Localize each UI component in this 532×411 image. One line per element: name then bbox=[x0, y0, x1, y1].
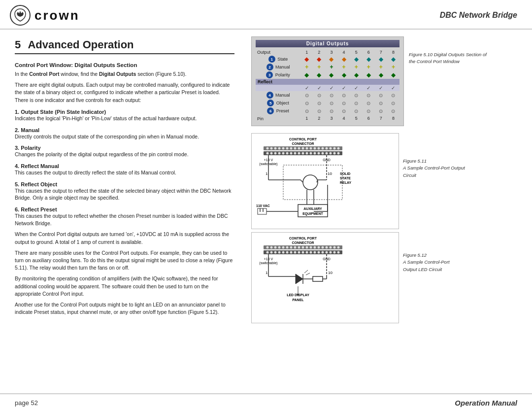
fig-511-caption: Figure 5.11 A Sample Control-Port Output… bbox=[403, 158, 477, 179]
svg-point-36 bbox=[314, 152, 316, 155]
svg-point-34 bbox=[306, 152, 308, 155]
svg-point-42 bbox=[337, 152, 340, 155]
svg-point-104 bbox=[302, 251, 304, 254]
svg-point-101 bbox=[290, 251, 293, 254]
svg-text:SOLID: SOLID bbox=[340, 172, 350, 175]
svg-text:1: 1 bbox=[266, 271, 268, 275]
logo-area: crown bbox=[10, 5, 80, 26]
svg-point-107 bbox=[314, 251, 316, 254]
col-3: 3 bbox=[325, 49, 337, 55]
svg-text:110 VAC: 110 VAC bbox=[256, 204, 270, 207]
do-table: Output 1 2 3 4 5 6 7 8 bbox=[256, 49, 399, 122]
table-row-reflect-checks: ✓ ✓ ✓ ✓ ✓ ✓ ✓ ✓ bbox=[256, 85, 399, 91]
row-num-5: 5 bbox=[267, 100, 274, 106]
svg-point-6 bbox=[274, 147, 277, 150]
table-row-state: 1 State ◆ ◆ ◆ ◆ ◆ ◆ ◆ ◆ bbox=[256, 55, 399, 63]
main-content: 5 Advanced Operation Control Port Window… bbox=[0, 30, 532, 389]
svg-point-24 bbox=[266, 152, 269, 155]
svg-text:CONTROL PORT: CONTROL PORT bbox=[289, 237, 317, 240]
table-header-row: Output 1 2 3 4 5 6 7 8 bbox=[256, 49, 399, 55]
row-num-3: 3 bbox=[266, 71, 273, 78]
svg-point-15 bbox=[310, 147, 312, 150]
section-1: 1. Output State (Pin State Indicator) In… bbox=[15, 109, 234, 122]
svg-line-123 bbox=[304, 270, 308, 273]
digital-outputs-diagram: Digital Outputs Output 1 2 3 4 5 6 7 8 bbox=[251, 36, 404, 126]
svg-point-11 bbox=[294, 147, 297, 150]
svg-point-84 bbox=[302, 246, 304, 249]
svg-point-77 bbox=[274, 246, 277, 249]
svg-rect-127 bbox=[313, 276, 323, 281]
svg-point-97 bbox=[274, 251, 277, 254]
svg-point-30 bbox=[290, 152, 293, 155]
table-row-polarity: 3 Polarity ◆ ◆ ◆ ◆ ◆ ◆ ◆ ◆ bbox=[256, 71, 399, 79]
svg-point-16 bbox=[314, 147, 316, 150]
para6: Another use for the Control Port outputs… bbox=[15, 301, 234, 316]
section-3: 3. Polarity Changes the polarity of the … bbox=[15, 145, 234, 158]
svg-point-10 bbox=[290, 147, 293, 150]
svg-point-90 bbox=[326, 246, 328, 249]
svg-point-38 bbox=[322, 152, 324, 155]
svg-point-27 bbox=[278, 152, 281, 155]
svg-point-112 bbox=[333, 251, 336, 254]
svg-point-31 bbox=[294, 152, 297, 155]
row-num-1: 1 bbox=[268, 56, 275, 63]
svg-point-83 bbox=[298, 246, 300, 249]
svg-point-4 bbox=[266, 147, 269, 150]
svg-point-13 bbox=[302, 147, 304, 150]
intro-para2: There are eight digital outputs. Each ou… bbox=[15, 81, 234, 104]
svg-point-95 bbox=[266, 251, 269, 254]
svg-point-22 bbox=[337, 147, 340, 150]
svg-text:10: 10 bbox=[328, 171, 332, 176]
figure-512-row: CONTROL PORT CONNECTOR bbox=[251, 232, 477, 323]
svg-text:CONNECTOR: CONNECTOR bbox=[292, 241, 314, 244]
svg-point-41 bbox=[333, 152, 336, 155]
figure-510-row: Digital Outputs Output 1 2 3 4 5 6 7 8 bbox=[251, 36, 522, 129]
col-1: 1 bbox=[300, 49, 313, 55]
document-title: DBC Network Bridge bbox=[440, 11, 517, 20]
section-4: 4. Reflect Manual This causes the output… bbox=[15, 163, 234, 176]
svg-point-25 bbox=[270, 152, 273, 155]
row-num-2: 2 bbox=[266, 64, 273, 70]
svg-point-33 bbox=[302, 152, 304, 155]
svg-point-93 bbox=[337, 246, 340, 249]
svg-rect-49 bbox=[283, 165, 342, 200]
svg-text:EQUIPMENT: EQUIPMENT bbox=[302, 212, 323, 216]
svg-point-85 bbox=[306, 246, 308, 249]
svg-point-7 bbox=[278, 147, 281, 150]
svg-point-87 bbox=[314, 246, 316, 249]
svg-point-82 bbox=[294, 246, 297, 249]
circuit-512-svg: CONTROL PORT CONNECTOR bbox=[254, 235, 397, 321]
svg-text:STATE: STATE bbox=[340, 176, 351, 180]
svg-point-12 bbox=[298, 147, 300, 150]
svg-point-76 bbox=[270, 246, 273, 249]
svg-point-108 bbox=[318, 251, 320, 254]
circuit-511-svg: CONTROL PORT CONNECTOR bbox=[254, 136, 397, 227]
table-row-manual: 2 Manual + + + + + + + + bbox=[256, 63, 399, 71]
svg-point-89 bbox=[322, 246, 324, 249]
svg-text:AUXILIARY: AUXILIARY bbox=[303, 207, 322, 210]
svg-point-9 bbox=[286, 147, 289, 150]
svg-point-103 bbox=[298, 251, 300, 254]
svg-text:10: 10 bbox=[328, 271, 332, 275]
svg-marker-121 bbox=[296, 274, 303, 284]
svg-line-124 bbox=[306, 273, 310, 275]
svg-point-110 bbox=[326, 251, 328, 254]
svg-point-92 bbox=[333, 246, 336, 249]
svg-point-40 bbox=[330, 152, 332, 155]
svg-text:1: 1 bbox=[266, 171, 268, 176]
svg-point-14 bbox=[306, 147, 308, 150]
fig-510-caption: Figure 5.10 Digital Outputs Section of t… bbox=[409, 51, 488, 65]
right-column: Digital Outputs Output 1 2 3 4 5 6 7 8 bbox=[246, 30, 532, 389]
svg-point-5 bbox=[270, 147, 273, 150]
svg-point-79 bbox=[282, 246, 285, 249]
section-2: 2. Manual Directly controls the output s… bbox=[15, 127, 234, 140]
svg-point-20 bbox=[330, 147, 332, 150]
svg-point-21 bbox=[333, 147, 336, 150]
col-5: 5 bbox=[350, 49, 363, 55]
page-number: page 52 bbox=[15, 399, 38, 407]
svg-point-17 bbox=[318, 147, 320, 150]
table-row-reflect-manual: 4 Manual ⊙ ⊙ ⊙ ⊙ ⊙ ⊙ ⊙ ⊙ bbox=[256, 91, 399, 99]
connector-pins-top bbox=[264, 146, 342, 150]
svg-point-75 bbox=[266, 246, 269, 249]
table-row-reflect-preset: 6 Preset ⊙ ⊙ ⊙ ⊙ ⊙ ⊙ ⊙ ⊙ bbox=[256, 107, 399, 115]
